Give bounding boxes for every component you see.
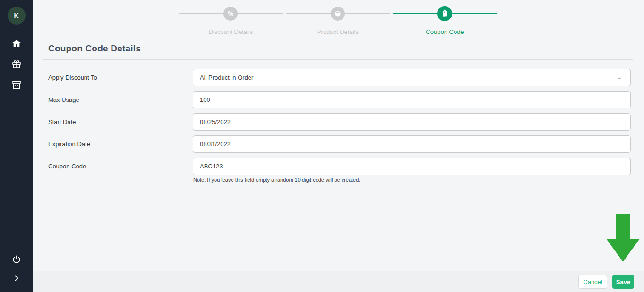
sidebar-item-store[interactable] [10, 79, 23, 91]
selected-option-text: All Product in Order [200, 74, 253, 81]
coupon-form: Apply Discount To All Product in Order ⌄… [33, 69, 644, 187]
start-date-input[interactable] [193, 113, 631, 131]
field-label: Max Usage [33, 91, 193, 108]
step-product-details[interactable]: Product Details [284, 4, 392, 33]
wizard-stepper: % Discount Details Product Details Coupo… [177, 4, 498, 33]
field-label: Apply Discount To [33, 69, 193, 86]
home-icon [11, 38, 22, 49]
store-box-icon [11, 79, 22, 91]
form-row-coupon-code: Coupon Code Note: If you leave this fiel… [33, 158, 644, 183]
gift-icon [11, 58, 22, 70]
footer-action-bar: Cancel Save [33, 271, 644, 292]
sidebar-expand-button[interactable] [10, 272, 23, 284]
expiration-date-input[interactable] [193, 135, 631, 153]
product-box-icon [331, 7, 345, 21]
logout-button[interactable] [10, 253, 23, 266]
page-title: Coupon Code Details [48, 43, 141, 54]
down-arrow-annotation [606, 214, 640, 264]
title-divider [43, 59, 633, 60]
sidebar: K [0, 0, 33, 292]
form-row-apply-discount-to: Apply Discount To All Product in Order ⌄ [33, 69, 644, 86]
step-label: Discount Details [177, 28, 284, 35]
chevron-right-icon [13, 275, 20, 282]
cancel-button[interactable]: Cancel [578, 275, 607, 289]
main-content: % Discount Details Product Details Coupo… [33, 0, 644, 292]
field-label: Coupon Code [33, 158, 193, 183]
sidebar-item-home[interactable] [10, 37, 23, 50]
apply-discount-to-select[interactable]: All Product in Order ⌄ [193, 69, 631, 86]
form-row-start-date: Start Date [33, 113, 644, 131]
coupon-code-input[interactable] [193, 158, 631, 175]
sidebar-item-discounts[interactable] [10, 58, 23, 70]
step-discount-details[interactable]: % Discount Details [177, 4, 284, 33]
tag-icon [437, 6, 452, 21]
power-icon [12, 255, 21, 264]
sidebar-bottom [10, 253, 23, 284]
form-row-max-usage: Max Usage [33, 91, 644, 108]
coupon-code-note: Note: If you leave this field empty a ra… [193, 177, 631, 183]
step-coupon-code[interactable]: Coupon Code [391, 4, 498, 33]
step-label: Product Details [284, 28, 392, 35]
percent-glyph: % [228, 10, 233, 17]
step-label: Coupon Code [391, 28, 498, 35]
max-usage-input[interactable] [193, 91, 631, 108]
chevron-down-icon: ⌄ [618, 75, 622, 81]
field-label: Start Date [33, 113, 193, 131]
percent-icon: % [223, 7, 238, 21]
avatar[interactable]: K [8, 7, 26, 25]
form-row-expiration-date: Expiration Date [33, 135, 644, 153]
field-label: Expiration Date [33, 135, 193, 153]
save-button[interactable]: Save [612, 275, 634, 289]
